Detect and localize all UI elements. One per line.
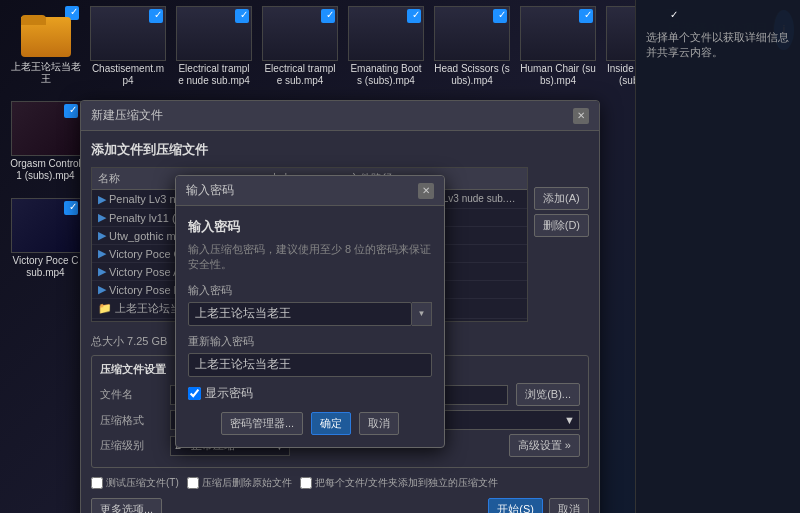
left-icon-folder[interactable]: 上老王论坛当老王 (8, 4, 83, 85)
top-icons-row: Chastisement.mp4 Electrical trample nude… (80, 0, 630, 93)
password-manager-button[interactable]: 密码管理器... (221, 412, 303, 435)
dropdown-arrow-volumes: ▼ (564, 414, 575, 426)
setting-label-level: 压缩级别 (100, 438, 170, 453)
left-icons-column: 上老王论坛当老王 Orgasm Control 1 (subs).mp4 Vic… (8, 0, 83, 279)
file-icon-label-chastisement: Chastisement.mp4 (90, 63, 166, 87)
left-icon-victory-label: Victory Poce C sub.mp4 (8, 255, 83, 279)
password-hint: 输入压缩包密码，建议使用至少 8 位的密码来保证安全性。 (188, 242, 432, 273)
password-dialog-titlebar: 输入密码 ✕ (176, 176, 444, 206)
delete-button[interactable]: 删除(D) (534, 214, 589, 237)
password-field2-label: 重新输入密码 (188, 334, 432, 349)
password-dialog-buttons: 密码管理器... 确定 取消 (188, 412, 432, 435)
checkbox-delete[interactable]: 压缩后删除原始文件 (187, 476, 292, 490)
right-panel-info: i 选择单个文件以获取详细信息并共享云内容。 (635, 10, 800, 513)
file-icon-label-electrical-sub: Electrical trample sub.mp4 (262, 63, 338, 87)
checkbox-separate[interactable]: 把每个文件/文件夹添加到独立的压缩文件 (300, 476, 498, 490)
password-field2-input[interactable] (188, 353, 432, 377)
left-icon-orgasm[interactable]: Orgasm Control 1 (subs).mp4 (8, 101, 83, 182)
password-dialog-body: 输入密码 输入压缩包密码，建议使用至少 8 位的密码来保证安全性。 输入密码 ▼… (176, 206, 444, 447)
checkbox-delete-input[interactable] (187, 477, 199, 489)
file-icon-chastisement[interactable]: Chastisement.mp4 (88, 4, 168, 89)
password-dialog: 输入密码 ✕ 输入密码 输入压缩包密码，建议使用至少 8 位的密码来保证安全性。… (175, 175, 445, 448)
main-dialog-close-button[interactable]: ✕ (573, 108, 589, 124)
file-icon-electrical-sub[interactable]: Electrical trample sub.mp4 (260, 4, 340, 89)
password-dialog-heading: 输入密码 (188, 218, 432, 236)
add-files-section-title: 添加文件到压缩文件 (91, 141, 589, 159)
left-icon-victory[interactable]: Victory Poce C sub.mp4 (8, 198, 83, 279)
file-list-side-buttons: 添加(A) 删除(D) (534, 167, 589, 330)
file-icon-label-emanating: Emanating Boots (subs).mp4 (348, 63, 424, 87)
right-panel: 已选择 19 个项目 i 选择单个文件以获取详细信息并共享云内容。 (635, 0, 800, 513)
left-icon-orgasm-label: Orgasm Control 1 (subs).mp4 (8, 158, 83, 182)
password-field1-input[interactable] (188, 302, 412, 326)
left-icon-folder-label: 上老王论坛当老王 (8, 61, 83, 85)
password-field1-label: 输入密码 (188, 283, 432, 298)
start-button[interactable]: 开始(S) (488, 498, 543, 513)
advanced-settings-button[interactable]: 高级设置 » (509, 434, 580, 457)
right-panel-info-text: 选择单个文件以获取详细信息并共享云内容。 (635, 10, 800, 513)
show-password-row: 显示密码 (188, 385, 432, 402)
main-dialog-title: 新建压缩文件 (91, 107, 163, 124)
file-icon-label-human-chair: Human Chair (subs).mp4 (520, 63, 596, 87)
password-cancel-button[interactable]: 取消 (359, 412, 399, 435)
bottom-options: 测试压缩文件(T) 压缩后删除原始文件 把每个文件/文件夹添加到独立的压缩文件 (91, 476, 589, 490)
checkbox-test-input[interactable] (91, 477, 103, 489)
password-ok-button[interactable]: 确定 (311, 412, 351, 435)
password-dialog-close-button[interactable]: ✕ (418, 183, 434, 199)
show-password-checkbox[interactable] (188, 387, 201, 400)
file-icon-label-head-scissors: Head Scissors (subs).mp4 (434, 63, 510, 87)
checkbox-test[interactable]: 测试压缩文件(T) (91, 476, 179, 490)
password-field1-row: ▼ (188, 302, 432, 326)
show-password-label: 显示密码 (205, 385, 253, 402)
password-field1-dropdown[interactable]: ▼ (412, 302, 432, 326)
desktop: Chastisement.mp4 Electrical trample nude… (0, 0, 800, 513)
add-files-button[interactable]: 添加(A) (534, 187, 589, 210)
cancel-button[interactable]: 取消 (549, 498, 589, 513)
browse-button[interactable]: 浏览(B)... (516, 383, 580, 406)
file-icon-emanating[interactable]: Emanating Boots (subs).mp4 (346, 4, 426, 89)
more-options-button[interactable]: 更多选项... (91, 498, 162, 513)
file-icon-label-electrical-nude: Electrical trample nude sub.mp4 (176, 63, 252, 87)
setting-label-filename: 文件名 (100, 387, 170, 402)
setting-label-format: 压缩格式 (100, 413, 170, 428)
main-dialog-titlebar: 新建压缩文件 ✕ (81, 101, 599, 131)
file-icon-human-chair[interactable]: Human Chair (subs).mp4 (518, 4, 598, 89)
checkbox-separate-input[interactable] (300, 477, 312, 489)
password-field2-row (188, 353, 432, 377)
password-dialog-title: 输入密码 (186, 182, 234, 199)
file-icon-electrical-nude[interactable]: Electrical trample nude sub.mp4 (174, 4, 254, 89)
file-icon-head-scissors[interactable]: Head Scissors (subs).mp4 (432, 4, 512, 89)
